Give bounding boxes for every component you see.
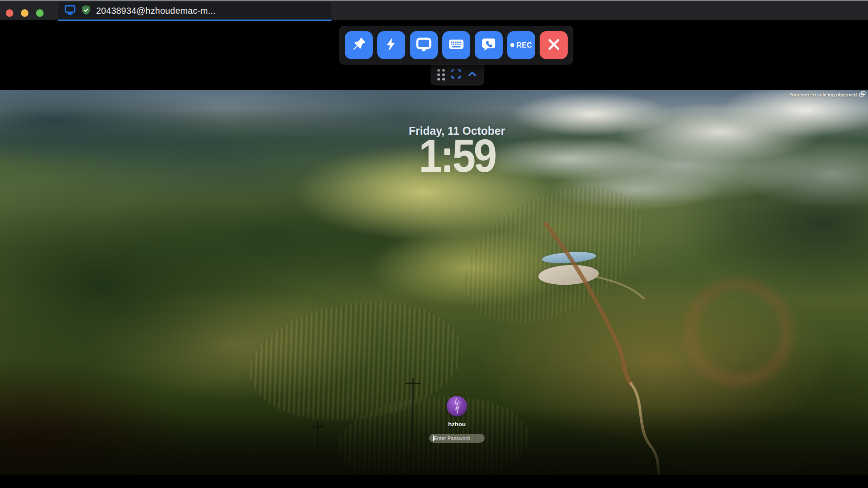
rec-dot (510, 43, 514, 47)
chevron-up-icon[interactable] (467, 69, 477, 81)
password-field-wrap (429, 434, 484, 443)
display-icon (416, 36, 432, 54)
username-label: hzhou (448, 421, 466, 428)
display-icon (64, 4, 76, 17)
grid-dots-icon[interactable] (437, 69, 445, 81)
text-caret (433, 436, 434, 441)
display-toolbar-button[interactable] (410, 31, 438, 59)
call-toolbar-button[interactable] (475, 31, 503, 59)
lockscreen-clock: 1:59 (419, 133, 495, 179)
password-input[interactable] (429, 434, 484, 443)
call-chat-icon (481, 36, 497, 54)
pin-icon (351, 36, 367, 54)
keyboard-toolbar-button[interactable] (442, 31, 470, 59)
boost-toolbar-button[interactable] (377, 31, 405, 59)
rec-label: REC (517, 41, 532, 49)
remote-desktop-window: 20438934@hzhoudemac-m... (0, 0, 868, 488)
user-avatar[interactable] (447, 396, 467, 416)
remote-control-toolbar: REC (339, 26, 573, 65)
titlebar: 20438934@hzhoudemac-m... (0, 0, 868, 20)
remote-screen-viewport[interactable]: Your screen is being observed Friday, 11… (0, 90, 868, 475)
close-window-button[interactable] (6, 9, 13, 17)
session-tab-title: 20438934@hzhoudemac-m... (96, 6, 216, 16)
screen-observed-label: Your screen is being observed (789, 92, 857, 97)
rec-dot-icon: REC (510, 41, 532, 49)
zoom-window-button[interactable] (36, 9, 44, 17)
record-toolbar-button[interactable]: REC (507, 31, 535, 59)
session-tab[interactable]: 20438934@hzhoudemac-m... (58, 2, 331, 21)
bolt-icon (384, 37, 399, 53)
keyboard-icon (448, 36, 464, 54)
traffic-lights (6, 9, 44, 17)
close-icon (546, 37, 561, 54)
close-session-button[interactable] (540, 31, 568, 59)
minimize-window-button[interactable] (21, 9, 28, 17)
screen-mirroring-icon (859, 91, 866, 98)
shield-check-icon (81, 4, 92, 18)
screen-observed-badge[interactable]: Your screen is being observed (789, 91, 866, 98)
fullscreen-icon[interactable] (451, 69, 461, 81)
pin-toolbar-button[interactable] (345, 31, 373, 59)
toolbar-quickbar (431, 65, 484, 85)
